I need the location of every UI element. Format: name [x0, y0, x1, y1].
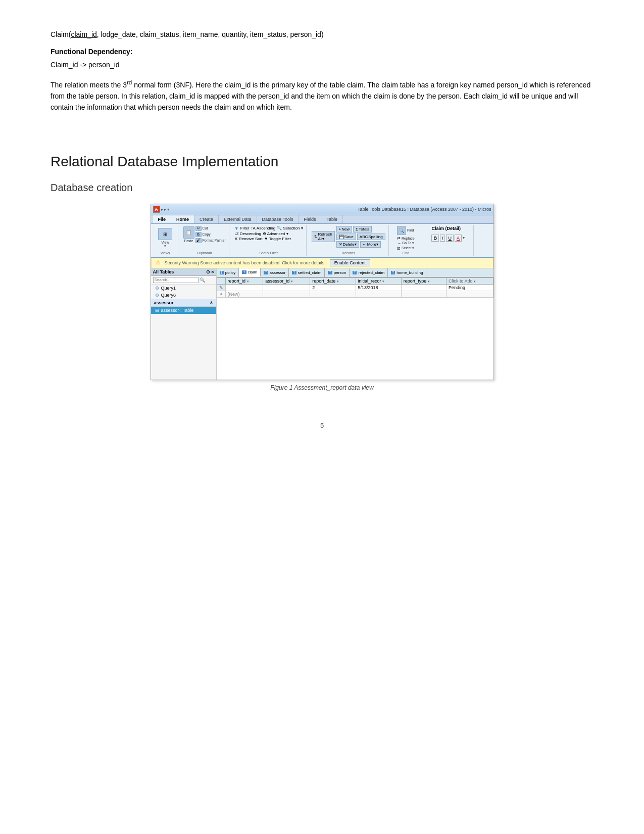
cell-initial-record-1[interactable]: 5/13/2018	[356, 284, 401, 291]
tab-database-tools[interactable]: Database Tools	[257, 215, 299, 223]
totals-label: Totals	[359, 227, 369, 231]
selection-button[interactable]: 🔍 Selection ▾	[277, 226, 303, 230]
claim-rest: , lodge_date, claim_status, item_name, q…	[97, 30, 324, 38]
col-report-date[interactable]: report_date ▾	[310, 277, 356, 284]
ascending-label: Ascending	[257, 226, 275, 230]
format-painter-icon: 🖌	[195, 238, 202, 243]
nav-section-assessor[interactable]: assessor ∧	[151, 299, 216, 307]
spelling-button[interactable]: ABC Spelling	[357, 234, 385, 240]
new-button[interactable]: + New	[336, 226, 353, 233]
italic-button[interactable]: I	[440, 235, 445, 242]
col-initial-record[interactable]: initial_recor ▾	[356, 277, 401, 284]
rec-top-row: + New Σ Totals	[336, 226, 385, 233]
claim-tab-label: claim	[248, 270, 258, 274]
paste-button[interactable]: 📋 Paste	[183, 226, 194, 243]
tab-home[interactable]: Home	[171, 215, 194, 223]
report-id-sort-arrow: ▾	[247, 280, 249, 283]
nav-search-input[interactable]	[153, 277, 199, 283]
descending-button[interactable]: ↓Z Descending	[234, 231, 261, 236]
goto-button[interactable]: → Go To ▾	[397, 241, 415, 246]
font-color-button[interactable]: A	[455, 235, 462, 242]
cell-report-id-new[interactable]: (New)	[225, 291, 263, 297]
tab-fields[interactable]: Fields	[299, 215, 321, 223]
bold-button[interactable]: B	[431, 235, 439, 242]
totals-button[interactable]: Σ Totals	[353, 226, 372, 233]
cell-initial-record-new[interactable]	[356, 291, 401, 297]
selection-label: 🔍 Selection ▾	[277, 226, 303, 230]
click-to-add-arrow: ▾	[474, 280, 476, 283]
col-click-to-add[interactable]: Click to Add ▾	[447, 277, 493, 284]
descending-icon: ↓Z	[234, 231, 239, 236]
assessor-expand-icon: ∧	[210, 300, 213, 305]
cell-assessor-id-new[interactable]	[263, 291, 310, 297]
more-icon: ⋯	[363, 242, 367, 247]
select-label: Select ▾	[402, 246, 414, 250]
cell-report-id-1[interactable]	[225, 284, 263, 291]
nav-item-query1[interactable]: ⚙ Query1	[151, 285, 216, 292]
cell-click-to-add-new[interactable]	[447, 291, 493, 297]
cell-report-date-1[interactable]: 2	[310, 284, 356, 291]
tab-file[interactable]: File	[153, 215, 172, 223]
ribbon-group-clipboard: 📋 Paste ✂ Cut ⧉ Copy	[180, 225, 229, 256]
more-button[interactable]: ⋯ More▾	[360, 241, 381, 248]
view-button[interactable]: ⊞ View▾	[158, 228, 172, 248]
col-assessor-id[interactable]: assessor_id ▾	[263, 277, 310, 284]
cell-pending-1[interactable]: Pending	[447, 284, 493, 291]
delete-button[interactable]: ✕ Delete▾	[336, 241, 359, 248]
refresh-icon: ↻	[314, 235, 318, 239]
views-content: ⊞ View▾	[158, 226, 172, 251]
records-row-1: ↻ RefreshAll▾ + New	[312, 226, 385, 248]
find-label: Find	[407, 228, 414, 232]
cell-report-type-1[interactable]	[401, 284, 446, 291]
ribbon-content: ⊞ View▾ Views 📋 Paste	[151, 224, 493, 257]
enable-content-button[interactable]: Enable Content	[330, 259, 370, 266]
advanced-button[interactable]: ⚙ Advanced ▾	[263, 231, 288, 236]
filter-label: Filter	[240, 226, 250, 230]
remove-sort-button[interactable]: ✕ Remove Sort	[234, 237, 263, 241]
cut-label: Cut	[203, 226, 208, 230]
cell-report-date-new[interactable]	[310, 291, 356, 297]
underline-button[interactable]: U	[446, 235, 454, 242]
copy-icon: ⧉	[195, 232, 202, 237]
records-label: Records	[342, 251, 355, 255]
cut-button[interactable]: ✂ Cut	[195, 226, 226, 231]
access-icon: A	[153, 206, 160, 213]
cell-assessor-id-1[interactable]	[263, 284, 310, 291]
toggle-filter-button[interactable]: ▼ Toggle Filter	[264, 237, 291, 241]
replace-button[interactable]: ⇄ Replace	[397, 236, 415, 241]
tab-claim[interactable]: T claim	[239, 268, 261, 277]
find-label-group: Find	[402, 251, 409, 255]
save-button[interactable]: 💾 Save	[336, 234, 356, 240]
tab-create[interactable]: Create	[194, 215, 219, 223]
ascending-button[interactable]: ↑A Ascending	[251, 226, 276, 230]
select-button[interactable]: ⊡ Select ▾	[397, 246, 415, 251]
tab-settled-claim[interactable]: T settled_claim	[289, 268, 325, 277]
person-tab-icon: T	[328, 271, 332, 274]
nav-item-query6[interactable]: ⚙ Query6	[151, 292, 216, 299]
table-tabs: T policy T claim T assessor T settled_cl…	[217, 268, 493, 277]
db-body: All Tables ⊙ × 🔍 ⚙ Query1 ⚙ Query6 asses…	[151, 268, 493, 380]
format-painter-button[interactable]: 🖌 Format Painter	[195, 238, 226, 243]
rec-mid-row: 💾 Save ABC Spelling	[336, 234, 385, 240]
copy-button[interactable]: ⧉ Copy	[195, 232, 226, 237]
nav-item-assessor-table[interactable]: ⊞ assessor : Table	[151, 307, 216, 314]
cell-report-type-new[interactable]	[401, 291, 446, 297]
col-report-type[interactable]: report_type ▾	[401, 277, 446, 284]
spelling-icon: ABC	[360, 235, 368, 239]
sort-row-1: ▼ Filter ↑A Ascending 🔍 Selection ▾	[234, 226, 303, 231]
assessor-table-label: assessor : Table	[161, 308, 194, 313]
refresh-button[interactable]: ↻ RefreshAll▾	[312, 231, 335, 242]
nav-search: 🔍	[151, 276, 216, 285]
tab-policy[interactable]: T policy	[217, 268, 239, 277]
page-number: 5	[51, 422, 593, 429]
tab-person[interactable]: T person	[325, 268, 350, 277]
views-label: Views	[161, 251, 170, 255]
col-report-id[interactable]: report_id ▾	[225, 277, 263, 284]
tab-home-building[interactable]: T home_building	[388, 268, 426, 277]
tab-external-data[interactable]: External Data	[219, 215, 257, 223]
tab-table[interactable]: Table	[321, 215, 343, 223]
tab-assessor[interactable]: T assessor	[261, 268, 289, 277]
find-button[interactable]: 🔍 Find	[397, 226, 414, 235]
view-icon: ⊞	[158, 228, 172, 240]
tab-rejected-claim[interactable]: T rejected_claim	[350, 268, 388, 277]
